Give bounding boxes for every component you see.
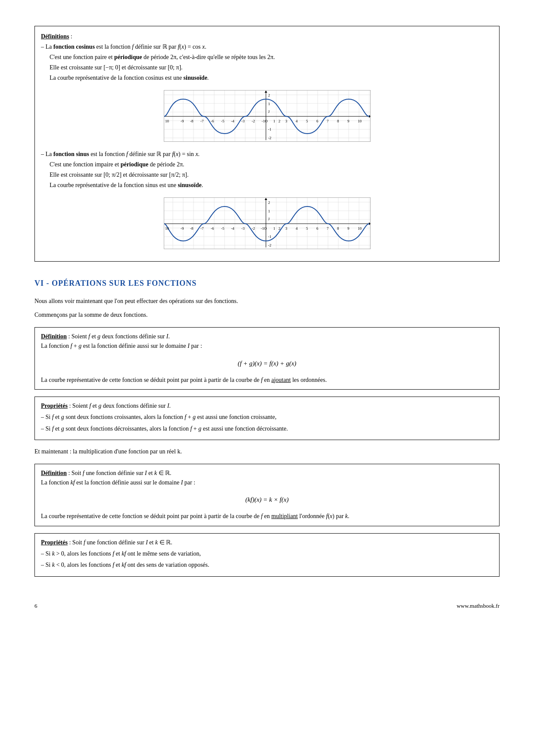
svg-text:10: 10 bbox=[358, 226, 362, 231]
sine-graph-container: 10 -9 -8 -7 -6 -5 -4 -3 -2 -1O 1 2 3 4 5… bbox=[41, 197, 493, 249]
svg-text:2: 2 bbox=[268, 200, 270, 205]
svg-text:-8: -8 bbox=[190, 226, 194, 231]
svg-text:-8: -8 bbox=[190, 119, 194, 123]
svg-text:6: 6 bbox=[316, 226, 319, 231]
svg-text:7: 7 bbox=[327, 119, 329, 123]
properties-sum-box: Propriétés : Soient f et g deux fonction… bbox=[34, 397, 500, 440]
cosine-graph: 10 -9 -8 -7 -6 -5 -4 -3 -2 -1O 1 2 3 4 5… bbox=[164, 90, 371, 142]
def-sum-note: La courbe représentative de cette foncti… bbox=[41, 375, 493, 385]
svg-text:9: 9 bbox=[347, 226, 350, 231]
cosine-line4: La courbe représentative de la fonction … bbox=[50, 73, 493, 82]
definitions-box: Définitions : – La fonction cosinus est … bbox=[34, 26, 500, 262]
prop-mult-line1: Propriétés : Soit f une fonction définie… bbox=[41, 538, 493, 547]
svg-text:-1: -1 bbox=[268, 234, 272, 239]
svg-text:1: 1 bbox=[273, 119, 275, 123]
svg-text:5: 5 bbox=[306, 119, 308, 123]
svg-text:-2: -2 bbox=[268, 136, 272, 140]
svg-text:3: 3 bbox=[285, 119, 287, 123]
svg-text:-3: -3 bbox=[241, 226, 245, 231]
sine-svg: 10 -9 -8 -7 -6 -5 -4 -3 -2 -1O 1 2 3 4 5… bbox=[164, 198, 371, 249]
svg-text:9: 9 bbox=[347, 119, 350, 123]
svg-text:4: 4 bbox=[296, 226, 298, 231]
page-footer: 6 www.mathsbook.fr bbox=[34, 603, 500, 609]
svg-text:-4: -4 bbox=[231, 226, 234, 231]
def-mult-formula: (kf)(x) = k × f(x) bbox=[41, 494, 493, 505]
cosine-graph-container: 10 -9 -8 -7 -6 -5 -4 -3 -2 -1O 1 2 3 4 5… bbox=[41, 90, 493, 142]
prop-mult-dash1: – Si k > 0, alors les fonctions f et kf … bbox=[41, 549, 493, 559]
sinus-line2: C'est une fonction impaire et périodique… bbox=[50, 160, 493, 169]
website: www.mathsbook.fr bbox=[456, 603, 500, 609]
svg-text:-2: -2 bbox=[252, 226, 255, 231]
def-mult-line2: La fonction kf est la fonction définie a… bbox=[41, 478, 493, 487]
section-vi-title: VI - Opérations sur les fonctions bbox=[34, 279, 500, 288]
svg-text:10: 10 bbox=[165, 119, 169, 123]
svg-text:4: 4 bbox=[296, 119, 298, 123]
svg-text:10: 10 bbox=[358, 119, 362, 123]
properties-mult-box: Propriétés : Soit f une fonction définie… bbox=[34, 533, 500, 577]
svg-marker-84 bbox=[265, 198, 267, 200]
svg-text:-5: -5 bbox=[221, 119, 225, 123]
def-sum-formula: (f + g)(x) = f(x) + g(x) bbox=[41, 358, 493, 369]
svg-text:2: 2 bbox=[278, 119, 281, 123]
svg-text:7: 7 bbox=[327, 226, 329, 231]
svg-text:-5: -5 bbox=[221, 226, 225, 231]
interlude-text: Et maintenant : la multiplication d'une … bbox=[34, 447, 500, 456]
svg-text:-2: -2 bbox=[252, 119, 255, 123]
prop-sum-dash2: – Si f et g sont deux fonctions décroiss… bbox=[41, 424, 493, 434]
def-sum-line1: Définition : Soient f et g deux fonction… bbox=[41, 332, 493, 341]
definitions-title: Définitions bbox=[41, 33, 69, 40]
prop-sum-dash1: – Si f et g sont deux fonctions croissan… bbox=[41, 412, 493, 422]
definitions-colon: : bbox=[69, 33, 72, 40]
svg-text:J: J bbox=[268, 109, 270, 114]
svg-text:-1O: -1O bbox=[262, 119, 268, 123]
svg-marker-29 bbox=[265, 91, 267, 93]
def-sum-line2: La fonction f + g est la fonction défini… bbox=[41, 341, 493, 351]
svg-text:-2: -2 bbox=[268, 243, 272, 247]
svg-text:5: 5 bbox=[306, 226, 308, 231]
svg-text:6: 6 bbox=[316, 119, 319, 123]
svg-text:2: 2 bbox=[278, 226, 281, 231]
svg-text:-9: -9 bbox=[181, 119, 184, 123]
svg-text:8: 8 bbox=[337, 226, 339, 231]
cosine-line3: Elle est croissante sur [−π; 0] et décro… bbox=[50, 63, 493, 72]
svg-text:-1: -1 bbox=[268, 127, 272, 131]
svg-text:3: 3 bbox=[285, 226, 287, 231]
def-mult-line1: Définition : Soit f une fonction définie… bbox=[41, 469, 493, 478]
svg-text:J: J bbox=[268, 217, 270, 221]
prop-sum-line1: Propriétés : Soient f et g deux fonction… bbox=[41, 401, 493, 411]
svg-text:1: 1 bbox=[268, 102, 270, 106]
intro-text-2: Commençons par la somme de deux fonction… bbox=[34, 310, 500, 320]
sinus-line1: – La fonction sinus est la fonction f dé… bbox=[41, 150, 493, 159]
definition-mult-box: Définition : Soit f une fonction définie… bbox=[34, 464, 500, 526]
sinus-line3: Elle est croissante sur [0; π/2] et décr… bbox=[50, 170, 493, 179]
svg-text:10: 10 bbox=[165, 226, 169, 231]
svg-text:-7: -7 bbox=[200, 226, 204, 231]
svg-text:-6: -6 bbox=[211, 119, 214, 123]
svg-text:-4: -4 bbox=[231, 119, 234, 123]
cosine-line1: – La fonction cosinus est la fonction f … bbox=[41, 42, 493, 51]
definition-sum-box: Définition : Soient f et g deux fonction… bbox=[34, 327, 500, 390]
def-mult-note: La courbe représentative de cette foncti… bbox=[41, 512, 493, 521]
svg-text:1: 1 bbox=[268, 209, 270, 213]
sinus-line4: La courbe représentative de la fonction … bbox=[50, 181, 493, 190]
svg-text:2: 2 bbox=[268, 93, 270, 97]
svg-text:1: 1 bbox=[273, 226, 275, 231]
sine-graph: 10 -9 -8 -7 -6 -5 -4 -3 -2 -1O 1 2 3 4 5… bbox=[164, 197, 371, 249]
svg-text:8: 8 bbox=[337, 119, 339, 123]
page-number: 6 bbox=[34, 603, 37, 609]
svg-text:-3: -3 bbox=[241, 119, 245, 123]
svg-text:-6: -6 bbox=[211, 226, 214, 231]
svg-text:-9: -9 bbox=[181, 226, 184, 231]
page-content: Définitions : – La fonction cosinus est … bbox=[34, 26, 500, 609]
svg-text:-1O: -1O bbox=[261, 226, 267, 231]
intro-text-1: Nous allons voir maintenant que l'on peu… bbox=[34, 297, 500, 306]
prop-mult-dash2: – Si k < 0, alors les fonctions f et kf … bbox=[41, 560, 493, 570]
svg-text:-7: -7 bbox=[200, 119, 204, 123]
cosine-line2: C'est une fonction paire et périodique d… bbox=[50, 53, 493, 62]
cosine-svg: 10 -9 -8 -7 -6 -5 -4 -3 -2 -1O 1 2 3 4 5… bbox=[164, 91, 371, 142]
